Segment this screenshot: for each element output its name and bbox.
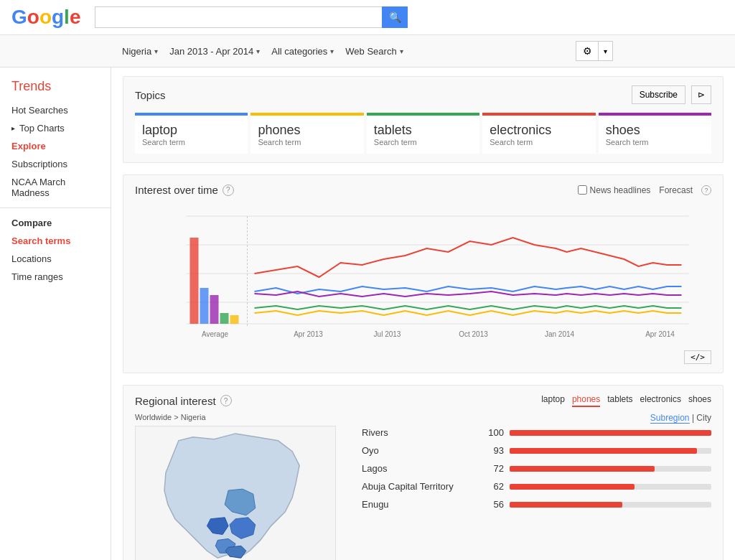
news-headlines-checkbox[interactable] <box>578 185 587 195</box>
topic-shoes-type: Search term <box>606 138 704 146</box>
chart-options: News headlines Forecast ? <box>578 185 711 195</box>
search-input[interactable] <box>95 6 382 28</box>
region-arrow-icon: ▾ <box>154 47 158 55</box>
regional-tab-laptop[interactable]: laptop <box>541 394 565 407</box>
tablets-line <box>255 306 682 309</box>
svg-text:Apr 2013: Apr 2013 <box>294 330 323 338</box>
regional-tab-shoes[interactable]: shoes <box>688 394 711 407</box>
region-bar-lagos <box>510 466 655 472</box>
region-name-rivers: Rivers <box>362 427 477 438</box>
chart-help-icon[interactable]: ? <box>223 185 234 196</box>
search-type-label: Web Search <box>345 46 396 57</box>
region-val-lagos: 72 <box>482 463 504 474</box>
subregion-label[interactable]: Subregion <box>650 413 690 424</box>
main-content: Topics Subscribe ⊳ laptop Search term ph… <box>111 67 735 560</box>
map-area: Worldwide > Nigeria <box>135 413 350 560</box>
regional-title: Regional interest <box>135 395 216 407</box>
news-headlines-option[interactable]: News headlines <box>578 185 651 195</box>
regional-help-icon[interactable]: ? <box>220 395 232 406</box>
nigeria-map[interactable] <box>135 426 336 560</box>
search-terms-label: Search terms <box>11 235 70 246</box>
settings-arrow-icon: ▾ <box>604 47 607 55</box>
search-button[interactable]: 🔍 <box>382 6 408 28</box>
forecast-help-icon[interactable]: ? <box>701 185 711 195</box>
google-logo[interactable]: Google <box>11 6 80 29</box>
share-button[interactable]: ⊳ <box>691 85 711 104</box>
subscribe-button[interactable]: Subscribe <box>632 85 685 104</box>
topics-section: Topics Subscribe ⊳ laptop Search term ph… <box>123 76 724 163</box>
svg-text:Apr 2014: Apr 2014 <box>645 330 675 338</box>
subregion-row: Oyo 93 <box>362 445 711 456</box>
topic-electronics[interactable]: electronics Search term <box>482 113 595 154</box>
region-val-enugu: 56 <box>482 499 504 510</box>
sidebar-item-explore[interactable]: Explore <box>0 137 111 155</box>
settings-dropdown-button[interactable]: ▾ <box>599 41 613 61</box>
sidebar-item-ncaa[interactable]: NCAA March Madness <box>0 173 111 202</box>
embed-button[interactable]: </> <box>684 350 711 364</box>
subregion-header: Subregion | City <box>362 413 711 423</box>
topic-tablets-name: tablets <box>374 123 472 138</box>
subregion-row: Rivers 100 <box>362 427 711 438</box>
regional-tabs: laptop phones tablets electronics shoes <box>541 394 711 407</box>
category-label: All categories <box>271 46 327 57</box>
search-icon: 🔍 <box>389 11 401 23</box>
region-name-oyo: Oyo <box>362 445 477 456</box>
search-type-filter[interactable]: Web Search ▾ <box>345 46 403 57</box>
category-filter[interactable]: All categories ▾ <box>271 46 334 57</box>
settings-button[interactable]: ⚙ <box>576 41 599 61</box>
subregion-row: Abuja Capital Territory 62 <box>362 481 711 492</box>
sidebar-item-locations[interactable]: Locations <box>0 250 111 268</box>
date-filter[interactable]: Jan 2013 - Apr 2014 ▾ <box>169 46 260 57</box>
chart-header: Interest over time ? News headlines Fore… <box>135 184 711 196</box>
region-filter[interactable]: Nigeria ▾ <box>122 46 158 57</box>
shoes-line <box>255 311 682 315</box>
topics-header: Topics Subscribe ⊳ <box>135 85 711 104</box>
search-type-arrow-icon: ▾ <box>400 47 403 55</box>
sidebar-item-search-terms[interactable]: Search terms <box>0 232 111 250</box>
svg-rect-8 <box>220 313 229 324</box>
date-arrow-icon: ▾ <box>256 47 260 55</box>
sidebar-item-time-ranges[interactable]: Time ranges <box>0 268 111 286</box>
topic-shoes-name: shoes <box>606 123 704 138</box>
regional-section: Regional interest ? laptop phones tablet… <box>123 385 724 560</box>
region-bar-abuja <box>510 484 635 490</box>
topic-tablets-type: Search term <box>374 138 472 146</box>
regional-tab-phones[interactable]: phones <box>572 394 600 407</box>
news-headlines-label: News headlines <box>590 185 651 195</box>
region-bar-bg-rivers <box>510 430 711 436</box>
layout: Trends Hot Searches ▸ Top Charts Explore… <box>0 67 735 560</box>
topic-laptop[interactable]: laptop Search term <box>135 113 248 154</box>
regional-tab-electronics[interactable]: electronics <box>640 394 681 407</box>
header: Google 🔍 <box>0 0 735 35</box>
sidebar-item-hot-searches[interactable]: Hot Searches <box>0 101 111 119</box>
svg-rect-9 <box>230 315 239 324</box>
region-bar-rivers <box>510 430 711 436</box>
topic-electronics-name: electronics <box>490 123 588 138</box>
region-name-lagos: Lagos <box>362 463 477 474</box>
forecast-label: Forecast <box>659 185 693 195</box>
topics-actions: Subscribe ⊳ <box>632 85 711 104</box>
topic-tablets[interactable]: tablets Search term <box>367 113 479 154</box>
app-title: Trends <box>0 76 111 101</box>
region-name-enugu: Enugu <box>362 499 477 510</box>
city-label[interactable]: City <box>696 413 711 423</box>
phones-line <box>255 286 682 294</box>
interest-over-time-chart: Average Apr 2013 Jul 2013 Oct 2013 Jan 2… <box>135 202 711 345</box>
svg-text:Jul 2013: Jul 2013 <box>374 330 401 338</box>
sidebar-item-subscriptions[interactable]: Subscriptions <box>0 155 111 173</box>
topic-electronics-type: Search term <box>490 138 588 146</box>
region-bar-bg-oyo <box>510 448 711 454</box>
topic-phones[interactable]: phones Search term <box>251 113 363 154</box>
topic-shoes[interactable]: shoes Search term <box>599 113 711 154</box>
regional-tab-tablets[interactable]: tablets <box>607 394 632 407</box>
hot-searches-label: Hot Searches <box>11 105 68 116</box>
locations-label: Locations <box>11 253 52 264</box>
sidebar-item-top-charts[interactable]: ▸ Top Charts <box>0 119 111 137</box>
settings-icon: ⚙ <box>583 45 592 57</box>
svg-text:Average: Average <box>202 330 229 338</box>
svg-rect-5 <box>190 238 199 324</box>
electronics-line <box>255 291 682 297</box>
ncaa-label: NCAA March Madness <box>11 177 99 198</box>
category-arrow-icon: ▾ <box>330 47 334 55</box>
region-val-rivers: 100 <box>482 427 504 438</box>
